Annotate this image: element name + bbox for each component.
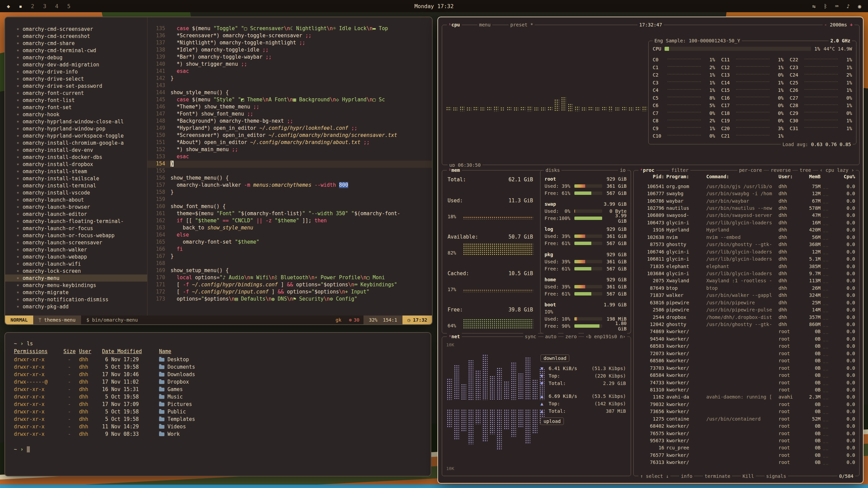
- code-line[interactable]: 153 esac: [147, 154, 432, 161]
- file-tree-item[interactable]: ∗ omarchy-migrate: [5, 289, 147, 296]
- menu-button[interactable]: menu: [477, 21, 492, 28]
- process-row[interactable]: 106809 swayosd- /usr/bin/swayosd-server …: [638, 212, 855, 219]
- bluetooth-icon[interactable]: ᛒ: [824, 3, 827, 9]
- proc-box-title[interactable]: ⁴proc: [638, 167, 656, 174]
- file-tree-item[interactable]: ∗ omarchy-drive-select: [5, 75, 147, 82]
- file-tree-item[interactable]: ∗ omarchy-launch-or-focus: [5, 225, 147, 232]
- process-row[interactable]: 68584 kworker/ root 0B 0.0: [638, 371, 855, 379]
- code-line[interactable]: 173 options="$options\n▤ Defaults\n◍ DNS…: [147, 296, 432, 303]
- process-row[interactable]: 102796 nautilus /usr/bin/nautilus --new …: [638, 204, 855, 211]
- proc-option-button[interactable]: reverse: [769, 167, 792, 174]
- process-row[interactable]: 1275 containe /usr/bin/containerd root 5…: [638, 415, 855, 422]
- file-tree-item[interactable]: ∗ omarchy-launch-screensaver: [5, 239, 147, 246]
- code-line[interactable]: 151 *About*) open_in_editor ~/.config/om…: [147, 139, 432, 146]
- cpu-box-title[interactable]: ¹cpu: [447, 21, 462, 28]
- process-row[interactable]: 87573 ghostty /usr/bin/ghostty --gtk- dh…: [638, 241, 855, 248]
- code-line[interactable]: 159: [147, 196, 432, 203]
- file-tree-item[interactable]: ∗ omarchy-cmd-screensaver: [5, 25, 147, 33]
- code-line[interactable]: 166 fi: [147, 246, 432, 253]
- code-line[interactable]: 155: [147, 168, 432, 175]
- process-row[interactable]: 106541 org.gnom /usr/bin/gjs /usr/lib/o …: [638, 183, 855, 190]
- code-line[interactable]: 147 *Font*) show_font_menu ;;: [147, 111, 432, 118]
- process-row[interactable]: 76577 kworker/ root 0B 0.0: [638, 451, 855, 459]
- process-row[interactable]: 106473 glycin-i /usr/lib/glycin-loaders …: [638, 219, 855, 226]
- process-row[interactable]: 73656 kworker/ root 0B 0.0: [638, 408, 855, 415]
- omarchy-menu-icon[interactable]: ◉: [858, 3, 861, 9]
- file-tree-item[interactable]: ∗ omarchy-font-current: [5, 89, 147, 97]
- process-row[interactable]: 71837 walker /usr/bin/walker --gappl dhh…: [638, 292, 855, 299]
- code-line[interactable]: 169 show_setup_menu() {: [147, 267, 432, 274]
- process-row[interactable]: 106746 glycin-i /usr/lib/glycin-loaders …: [638, 248, 855, 255]
- code-line[interactable]: 140 *) show_trigger_menu ;;: [147, 61, 432, 68]
- file-tree-item[interactable]: ∗ omarchy-launch-editor: [5, 210, 147, 218]
- process-row[interactable]: 73703 kworker/ root 0B 0.0: [638, 364, 855, 371]
- file-tree-item[interactable]: ∗ omarchy-launch-or-focus-webapp: [5, 232, 147, 239]
- process-row[interactable]: 81310 kworker/ root 0B 0.0: [638, 386, 855, 393]
- keyboard-icon[interactable]: ⌨: [835, 3, 839, 9]
- file-tree-item[interactable]: ∗ omarchy-hook: [5, 111, 147, 118]
- file-tree-item[interactable]: ∗ omarchy-menu-keybindings: [5, 282, 147, 289]
- code-line[interactable]: 139 *Bar*) omarchy-toggle-waybar ;;: [147, 54, 432, 61]
- proc-footer-button[interactable]: Kill: [741, 473, 756, 480]
- file-tree-item[interactable]: ∗ omarchy-font-set: [5, 104, 147, 111]
- file-tree-item[interactable]: ∗ omarchy-drive-info: [5, 68, 147, 75]
- file-tree-item[interactable]: ∗ omarchy-hyprland-window-close-all: [5, 118, 147, 125]
- net-button[interactable]: zero: [564, 333, 578, 340]
- terminal-cursor[interactable]: [27, 446, 30, 452]
- file-tree-item[interactable]: ∗ omarchy-lock-screen: [5, 267, 147, 274]
- process-row[interactable]: 103684 glycin-i /usr/lib/glycin-loaders …: [638, 270, 855, 277]
- workspace-1-active[interactable]: ▪: [19, 3, 22, 9]
- process-row[interactable]: 68402 kworker/ root 0B 0.0: [638, 422, 855, 429]
- code-line[interactable]: 170 local options="♪ Audio\n≋ Wifi\nᛒ Bl…: [147, 274, 432, 282]
- file-tree-item[interactable]: ∗ omarchy-notification-dismiss: [5, 296, 147, 303]
- workspace-4[interactable]: 4: [55, 3, 59, 9]
- process-row[interactable]: 95673 kworker/ root 0B 0.0: [638, 437, 855, 444]
- file-tree-item[interactable]: ∗ omarchy-install-tailscale: [5, 175, 147, 182]
- launcher-icon[interactable]: ◆: [7, 3, 10, 9]
- file-tree-item[interactable]: ∗ omarchy-pkg-add: [5, 303, 147, 310]
- file-tree-item[interactable]: ∗ omarchy-cmd-share: [5, 40, 147, 47]
- process-row[interactable]: 2075 Xwayland Xwayland :1 -rootless - dh…: [638, 277, 855, 284]
- file-tree-item[interactable]: ∗ omarchy-dev-add-migration: [5, 61, 147, 68]
- code-line[interactable]: 135 case $(menu "Toggle" "▢ Screensaver\…: [147, 25, 432, 33]
- code-line[interactable]: 145 case $(menu "Style" "◩ Theme\nA Font…: [147, 97, 432, 104]
- workspace-3[interactable]: 3: [43, 3, 46, 9]
- io-toggle[interactable]: io: [618, 167, 627, 174]
- net-button[interactable]: auto: [544, 333, 558, 340]
- process-row[interactable]: 71835 elephant elephant dhh 385M 0.0: [638, 263, 855, 270]
- code-line[interactable]: 137 *Nightlight*) omarchy-toggle-nightli…: [147, 40, 432, 47]
- code-line[interactable]: 162 if [[ "$theme" == "CNCLD" || -z "$th…: [147, 218, 432, 225]
- net-button[interactable]: ‹b enp191s0 n›: [584, 333, 627, 340]
- code-line[interactable]: 156 show_theme_menu() {: [147, 175, 432, 182]
- net-box-title[interactable]: ³net: [447, 333, 462, 340]
- code-line[interactable]: 167 }: [147, 253, 432, 260]
- workspace-5[interactable]: 5: [67, 3, 71, 9]
- code-line[interactable]: 161 theme=$(menu "Font" "$(omarchy-font-…: [147, 210, 432, 218]
- code-line[interactable]: 163 back_to show_style_menu: [147, 225, 432, 232]
- process-row[interactable]: 2586 pipewire /usr/bin/pipewire-pulse dh…: [638, 306, 855, 313]
- process-row[interactable]: 1162 avahi-da avahi-daemon: running [ av…: [638, 393, 855, 401]
- process-table-header[interactable]: Pid: Program: Command: User: MemB Cpu%: [638, 174, 855, 179]
- process-row[interactable]: 87649 btop btop dhh 26M 0.0: [638, 284, 855, 291]
- update-interval[interactable]: - 2000ms +: [823, 21, 854, 28]
- file-tree-item[interactable]: ∗ omarchy-launch-browser: [5, 203, 147, 210]
- code-line[interactable]: 164 else: [147, 232, 432, 239]
- file-tree-item[interactable]: ∗ omarchy-menu: [5, 274, 147, 282]
- proc-option-button[interactable]: per-core: [737, 167, 764, 174]
- proc-footer-button[interactable]: terminate: [703, 473, 732, 480]
- code-line[interactable]: 136 *Screensaver*) omarchy-toggle-screen…: [147, 33, 432, 40]
- code-line[interactable]: 171 [ -f ~/.config/hypr/bindings.conf ] …: [147, 282, 432, 289]
- preset-button[interactable]: preset *: [509, 21, 535, 28]
- process-row[interactable]: 106811 glycin-i /usr/lib/glycin-loaders …: [638, 255, 855, 262]
- process-row[interactable]: 2544 dropbox /home/dhh/.dropbox-dist dhh…: [638, 313, 855, 321]
- code-line[interactable]: 146 *Theme*) show_theme_menu ;;: [147, 104, 432, 111]
- process-row[interactable]: 74869 kworker/ root 0B 0.0: [638, 328, 855, 335]
- code-line[interactable]: 138 *Idle*) omarchy-toggle-idle ;;: [147, 47, 432, 54]
- process-row[interactable]: 102638 nvim nvim --embed dhh 56M 0.0: [638, 233, 855, 241]
- code-line[interactable]: 172 [ -f ~/.config/hypr/input.conf ] && …: [147, 289, 432, 296]
- code-line[interactable]: 152 *) show_main_menu ;;: [147, 146, 432, 154]
- process-row[interactable]: 74733 kworker/ root 0B 0.0: [638, 379, 855, 386]
- filter-button[interactable]: filter: [670, 167, 690, 174]
- volume-icon[interactable]: ♪: [847, 3, 850, 9]
- code-line[interactable]: 150 *Screensaver*) open_in_editor ~/.con…: [147, 132, 432, 139]
